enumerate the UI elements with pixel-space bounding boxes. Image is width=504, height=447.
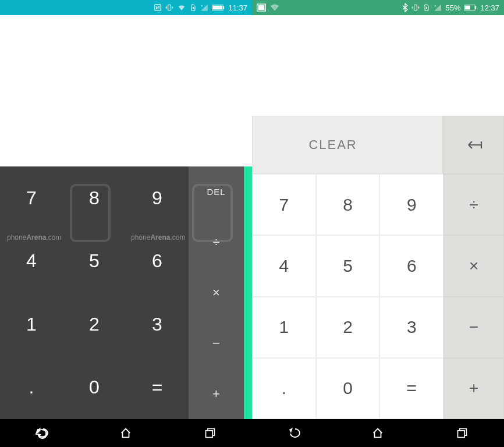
- key-1[interactable]: 1: [0, 293, 63, 356]
- bluetooth-icon: [402, 3, 408, 12]
- keypad-right: CLEAR 7 8 9 4 5 6 1 2 3 . 0: [252, 116, 504, 419]
- svg-rect-2: [193, 7, 194, 9]
- svg-text:×: ×: [201, 4, 203, 8]
- key-0[interactable]: 0: [316, 358, 380, 419]
- signal-icon: ×: [434, 3, 442, 12]
- svg-rect-9: [258, 5, 265, 10]
- battery-icon: [464, 4, 477, 11]
- wifi-unknown-icon: ?: [269, 3, 280, 12]
- nav-bar-right: [252, 419, 504, 447]
- phone-left: × 11:37 phoneArena.com phoneArena.com 7 …: [0, 0, 252, 447]
- sim-icon: [423, 3, 430, 12]
- svg-rect-17: [457, 431, 464, 438]
- key-0[interactable]: 0: [63, 356, 126, 420]
- status-time: 12:37: [480, 3, 499, 12]
- status-time: 11:37: [228, 3, 247, 12]
- key-add[interactable]: +: [443, 358, 504, 419]
- nav-home-button[interactable]: [108, 419, 143, 447]
- battery-text: 55%: [445, 3, 460, 12]
- key-2[interactable]: 2: [63, 293, 126, 356]
- comparison-container: × 11:37 phoneArena.com phoneArena.com 7 …: [0, 0, 504, 447]
- nav-recents-button[interactable]: [193, 419, 228, 447]
- nav-back-button[interactable]: [276, 419, 311, 447]
- key-7[interactable]: 7: [0, 166, 63, 230]
- key-subtract[interactable]: −: [189, 318, 244, 368]
- key-6[interactable]: 6: [379, 235, 443, 296]
- numpad-left: phoneArena.com phoneArena.com 7 8 9 4 5 …: [0, 166, 189, 419]
- svg-rect-7: [205, 431, 212, 438]
- svg-text:×: ×: [435, 4, 436, 8]
- sim-icon: [190, 3, 197, 12]
- key-add[interactable]: +: [189, 368, 244, 419]
- svg-rect-12: [426, 7, 427, 9]
- key-7[interactable]: 7: [252, 174, 316, 235]
- svg-rect-6: [213, 6, 222, 10]
- svg-rect-16: [465, 6, 470, 10]
- wifi-icon: [177, 3, 186, 12]
- key-subtract[interactable]: −: [443, 297, 504, 358]
- ops-column-right: ÷ × − +: [443, 174, 504, 419]
- svg-rect-11: [414, 5, 417, 10]
- key-6[interactable]: 6: [126, 230, 189, 293]
- key-5[interactable]: 5: [316, 235, 380, 296]
- key-4[interactable]: 4: [252, 235, 316, 296]
- backspace-button[interactable]: [443, 116, 504, 174]
- watermark-phone-icon: [192, 184, 233, 242]
- key-4[interactable]: 4: [0, 230, 63, 293]
- key-3[interactable]: 3: [379, 297, 443, 358]
- numpad-right: 7 8 9 4 5 6 1 2 3 . 0 =: [252, 174, 443, 419]
- svg-text:?: ?: [274, 6, 276, 10]
- key-1[interactable]: 1: [252, 297, 316, 358]
- key-3[interactable]: 3: [126, 293, 189, 356]
- calc-display-right: [252, 15, 504, 116]
- key-8[interactable]: 8: [316, 174, 380, 235]
- key-dot[interactable]: .: [252, 358, 316, 419]
- nav-bar-left: [0, 419, 252, 447]
- battery-icon: [212, 4, 225, 11]
- key-equals[interactable]: =: [126, 356, 189, 420]
- key-2[interactable]: 2: [316, 297, 380, 358]
- calc-display-left: [0, 15, 252, 166]
- nav-back-button[interactable]: [24, 419, 59, 447]
- vibrate-icon: [165, 3, 173, 12]
- key-multiply[interactable]: ×: [443, 235, 504, 296]
- key-divide[interactable]: ÷: [443, 174, 504, 235]
- key-dot[interactable]: .: [0, 356, 63, 420]
- key-multiply[interactable]: ×: [189, 268, 244, 318]
- signal-icon: ×: [200, 3, 208, 12]
- nav-recents-button[interactable]: [445, 419, 480, 447]
- nfc-icon: [154, 3, 162, 12]
- phone-right: ? × 55% 12:37 CLEAR: [252, 0, 504, 447]
- watermark-phone-icon: [70, 184, 111, 242]
- status-bar-left: × 11:37: [0, 0, 252, 15]
- svg-rect-1: [168, 5, 171, 10]
- screenshot-icon: [257, 3, 266, 12]
- svg-rect-15: [475, 6, 477, 9]
- key-9[interactable]: 9: [379, 174, 443, 235]
- keypad-left: phoneArena.com phoneArena.com 7 8 9 4 5 …: [0, 166, 252, 419]
- vibrate-icon: [411, 3, 420, 12]
- status-bar-right: ? × 55% 12:37: [252, 0, 504, 15]
- key-equals[interactable]: =: [379, 358, 443, 419]
- svg-rect-5: [223, 6, 225, 9]
- clear-button[interactable]: CLEAR: [252, 116, 443, 174]
- key-9[interactable]: 9: [126, 166, 189, 230]
- advanced-panel-peek[interactable]: [244, 166, 252, 419]
- nav-home-button[interactable]: [360, 419, 395, 447]
